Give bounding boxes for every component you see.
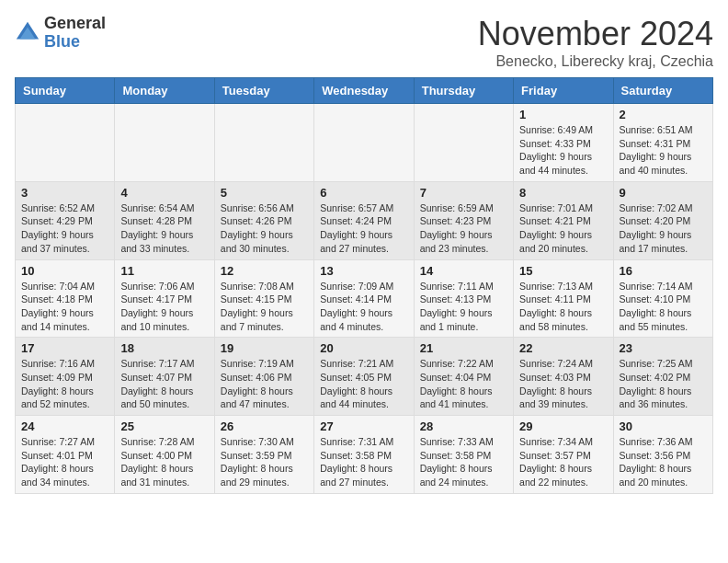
calendar-cell — [314, 104, 414, 182]
calendar-cell: 30Sunrise: 7:36 AM Sunset: 3:56 PM Dayli… — [613, 416, 712, 494]
day-info: Sunrise: 7:16 AM Sunset: 4:09 PM Dayligh… — [21, 357, 108, 411]
day-info: Sunrise: 7:36 AM Sunset: 3:56 PM Dayligh… — [620, 435, 707, 489]
day-header-sunday: Sunday — [16, 78, 115, 104]
day-number: 9 — [620, 186, 707, 200]
day-number: 3 — [21, 186, 108, 200]
day-number: 20 — [320, 341, 407, 355]
calendar-cell: 14Sunrise: 7:11 AM Sunset: 4:13 PM Dayli… — [414, 259, 513, 338]
day-number: 24 — [21, 419, 108, 433]
calendar-cell: 10Sunrise: 7:04 AM Sunset: 4:18 PM Dayli… — [16, 259, 115, 338]
calendar-cell: 2Sunrise: 6:51 AM Sunset: 4:31 PM Daylig… — [613, 104, 712, 182]
day-header-tuesday: Tuesday — [214, 78, 313, 104]
day-info: Sunrise: 6:54 AM Sunset: 4:28 PM Dayligh… — [120, 201, 208, 256]
day-number: 12 — [221, 264, 308, 278]
day-header-wednesday: Wednesday — [314, 78, 414, 104]
day-number: 14 — [420, 264, 507, 278]
calendar-cell — [414, 104, 513, 182]
header: General Blue November 2024 Benecko, Libe… — [15, 15, 713, 70]
day-info: Sunrise: 7:04 AM Sunset: 4:18 PM Dayligh… — [21, 280, 108, 334]
day-info: Sunrise: 7:28 AM Sunset: 4:00 PM Dayligh… — [120, 435, 208, 489]
calendar-cell: 17Sunrise: 7:16 AM Sunset: 4:09 PM Dayli… — [16, 338, 115, 416]
day-number: 23 — [620, 341, 707, 355]
day-number: 10 — [21, 264, 108, 278]
day-number: 2 — [620, 108, 707, 121]
day-info: Sunrise: 7:24 AM Sunset: 4:03 PM Dayligh… — [519, 357, 607, 411]
day-info: Sunrise: 7:17 AM Sunset: 4:07 PM Dayligh… — [120, 357, 208, 411]
day-info: Sunrise: 7:06 AM Sunset: 4:17 PM Dayligh… — [120, 280, 208, 334]
calendar-week-row: 3Sunrise: 6:52 AM Sunset: 4:29 PM Daylig… — [16, 181, 713, 259]
calendar-cell: 26Sunrise: 7:30 AM Sunset: 3:59 PM Dayli… — [214, 416, 313, 494]
day-info: Sunrise: 7:02 AM Sunset: 4:20 PM Dayligh… — [620, 201, 707, 256]
day-number: 1 — [519, 108, 607, 121]
day-number: 6 — [320, 186, 407, 200]
day-number: 28 — [420, 419, 507, 433]
day-info: Sunrise: 6:49 AM Sunset: 4:33 PM Dayligh… — [519, 123, 607, 178]
calendar-cell: 29Sunrise: 7:34 AM Sunset: 3:57 PM Dayli… — [514, 416, 613, 494]
day-number: 19 — [221, 341, 308, 355]
day-info: Sunrise: 6:51 AM Sunset: 4:31 PM Dayligh… — [620, 123, 707, 178]
day-number: 8 — [519, 186, 607, 200]
calendar-cell: 8Sunrise: 7:01 AM Sunset: 4:21 PM Daylig… — [514, 181, 613, 259]
day-info: Sunrise: 6:52 AM Sunset: 4:29 PM Dayligh… — [21, 201, 108, 256]
logo-general-text: General — [44, 15, 106, 33]
calendar-cell: 25Sunrise: 7:28 AM Sunset: 4:00 PM Dayli… — [115, 416, 214, 494]
day-header-friday: Friday — [514, 78, 613, 104]
calendar-header-row: SundayMondayTuesdayWednesdayThursdayFrid… — [16, 78, 713, 104]
day-header-monday: Monday — [115, 78, 214, 104]
day-info: Sunrise: 6:59 AM Sunset: 4:23 PM Dayligh… — [420, 201, 507, 256]
day-info: Sunrise: 7:30 AM Sunset: 3:59 PM Dayligh… — [221, 435, 308, 489]
day-info: Sunrise: 6:57 AM Sunset: 4:24 PM Dayligh… — [320, 201, 407, 256]
calendar-table: SundayMondayTuesdayWednesdayThursdayFrid… — [15, 77, 713, 494]
calendar-cell: 13Sunrise: 7:09 AM Sunset: 4:14 PM Dayli… — [314, 259, 414, 338]
day-number: 29 — [519, 419, 607, 433]
day-info: Sunrise: 7:11 AM Sunset: 4:13 PM Dayligh… — [420, 280, 507, 334]
calendar-week-row: 1Sunrise: 6:49 AM Sunset: 4:33 PM Daylig… — [16, 104, 713, 182]
day-number: 18 — [120, 341, 208, 355]
day-info: Sunrise: 7:19 AM Sunset: 4:06 PM Dayligh… — [221, 357, 308, 411]
day-number: 7 — [420, 186, 507, 200]
calendar-cell: 23Sunrise: 7:25 AM Sunset: 4:02 PM Dayli… — [613, 338, 712, 416]
calendar-cell: 7Sunrise: 6:59 AM Sunset: 4:23 PM Daylig… — [414, 181, 513, 259]
day-number: 11 — [120, 264, 208, 278]
day-info: Sunrise: 7:33 AM Sunset: 3:58 PM Dayligh… — [420, 435, 507, 489]
calendar-cell: 11Sunrise: 7:06 AM Sunset: 4:17 PM Dayli… — [115, 259, 214, 338]
calendar-week-row: 10Sunrise: 7:04 AM Sunset: 4:18 PM Dayli… — [16, 259, 713, 338]
calendar-cell — [214, 104, 313, 182]
calendar-cell: 15Sunrise: 7:13 AM Sunset: 4:11 PM Dayli… — [514, 259, 613, 338]
calendar-cell: 27Sunrise: 7:31 AM Sunset: 3:58 PM Dayli… — [314, 416, 414, 494]
day-info: Sunrise: 7:08 AM Sunset: 4:15 PM Dayligh… — [221, 280, 308, 334]
calendar-cell: 12Sunrise: 7:08 AM Sunset: 4:15 PM Dayli… — [214, 259, 313, 338]
location-subtitle: Benecko, Liberecky kraj, Czechia — [478, 53, 713, 70]
day-info: Sunrise: 7:09 AM Sunset: 4:14 PM Dayligh… — [320, 280, 407, 334]
day-number: 26 — [221, 419, 308, 433]
calendar-week-row: 17Sunrise: 7:16 AM Sunset: 4:09 PM Dayli… — [16, 338, 713, 416]
day-number: 30 — [620, 419, 707, 433]
calendar-cell — [16, 104, 115, 182]
calendar-cell: 24Sunrise: 7:27 AM Sunset: 4:01 PM Dayli… — [16, 416, 115, 494]
calendar-week-row: 24Sunrise: 7:27 AM Sunset: 4:01 PM Dayli… — [16, 416, 713, 494]
day-info: Sunrise: 7:01 AM Sunset: 4:21 PM Dayligh… — [519, 201, 607, 256]
logo-text: General Blue — [44, 15, 106, 52]
day-number: 22 — [519, 341, 607, 355]
calendar-cell: 3Sunrise: 6:52 AM Sunset: 4:29 PM Daylig… — [16, 181, 115, 259]
calendar-cell: 21Sunrise: 7:22 AM Sunset: 4:04 PM Dayli… — [414, 338, 513, 416]
calendar-cell: 5Sunrise: 6:56 AM Sunset: 4:26 PM Daylig… — [214, 181, 313, 259]
day-info: Sunrise: 7:13 AM Sunset: 4:11 PM Dayligh… — [519, 280, 607, 334]
calendar-cell: 4Sunrise: 6:54 AM Sunset: 4:28 PM Daylig… — [115, 181, 214, 259]
day-number: 17 — [21, 341, 108, 355]
month-title: November 2024 — [478, 15, 713, 53]
day-info: Sunrise: 7:34 AM Sunset: 3:57 PM Dayligh… — [519, 435, 607, 489]
day-info: Sunrise: 7:21 AM Sunset: 4:05 PM Dayligh… — [320, 357, 407, 411]
calendar-cell: 22Sunrise: 7:24 AM Sunset: 4:03 PM Dayli… — [514, 338, 613, 416]
calendar-cell: 28Sunrise: 7:33 AM Sunset: 3:58 PM Dayli… — [414, 416, 513, 494]
day-info: Sunrise: 7:31 AM Sunset: 3:58 PM Dayligh… — [320, 435, 407, 489]
day-number: 15 — [519, 264, 607, 278]
day-header-saturday: Saturday — [613, 78, 712, 104]
day-number: 4 — [120, 186, 208, 200]
day-number: 5 — [221, 186, 308, 200]
day-info: Sunrise: 7:27 AM Sunset: 4:01 PM Dayligh… — [21, 435, 108, 489]
logo-icon — [15, 20, 40, 46]
calendar-cell: 9Sunrise: 7:02 AM Sunset: 4:20 PM Daylig… — [613, 181, 712, 259]
day-info: Sunrise: 7:14 AM Sunset: 4:10 PM Dayligh… — [620, 280, 707, 334]
calendar-cell: 18Sunrise: 7:17 AM Sunset: 4:07 PM Dayli… — [115, 338, 214, 416]
